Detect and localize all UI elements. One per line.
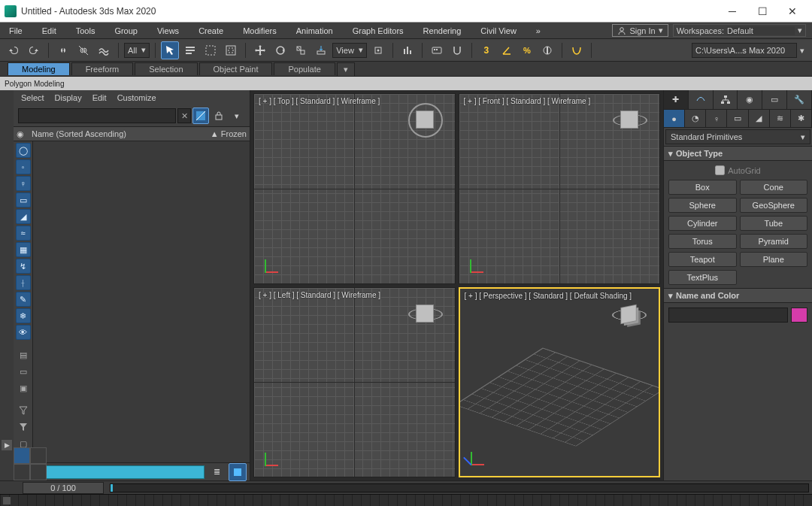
angle-snap-button[interactable]	[498, 41, 516, 59]
filter-helpers-icon[interactable]: ◢	[16, 209, 31, 224]
eye-icon[interactable]: ◉	[17, 129, 27, 139]
workspaces-value[interactable]	[727, 26, 795, 35]
viewcube[interactable]	[408, 297, 443, 332]
cat-systems[interactable]: ✱	[791, 110, 812, 127]
select-object-button[interactable]	[161, 41, 179, 59]
menu-views[interactable]: Views	[154, 25, 182, 37]
ribbon-overflow-icon[interactable]: ▾	[337, 62, 355, 76]
prim-torus[interactable]: Torus	[668, 234, 737, 249]
snap-toggle-button[interactable]	[448, 41, 466, 59]
prim-geosphere[interactable]: GeoSphere	[740, 198, 808, 213]
se-menu-customize[interactable]: Customize	[117, 93, 156, 102]
viewport-top[interactable]: [ + ] [ Top ] [ Standard ] [ Wireframe ]	[253, 93, 456, 284]
ribbon-panel-label[interactable]: Polygon Modeling	[0, 77, 812, 90]
project-path-field[interactable]: ▾	[692, 43, 807, 58]
se-menu-display[interactable]: Display	[55, 93, 82, 102]
layout-3-button[interactable]	[14, 464, 30, 480]
menu-modifiers[interactable]: Modifiers	[240, 25, 280, 37]
menu-tools[interactable]: Tools	[73, 25, 98, 37]
tab-modify[interactable]	[689, 90, 714, 109]
ribbon-tab-freeform[interactable]: Freeform	[71, 62, 134, 75]
col-frozen-header[interactable]: ▲ Frozen	[211, 129, 247, 138]
filter-frozen-icon[interactable]: ❄	[16, 308, 31, 323]
viewport-label[interactable]: [ + ] [ Left ] [ Standard ] [ Wireframe …	[259, 291, 380, 299]
tab-display[interactable]: ▭	[762, 90, 787, 109]
window-crossing-button[interactable]	[222, 41, 240, 59]
menu-rendering[interactable]: Rendering	[420, 25, 465, 37]
expand-arrow-icon[interactable]: ▶	[2, 440, 12, 450]
rotate-button[interactable]	[271, 41, 289, 59]
time-track[interactable]	[110, 483, 809, 492]
chevron-down-icon[interactable]: ▾	[797, 46, 807, 55]
move-button[interactable]	[251, 41, 269, 59]
layout-quad-button[interactable]	[14, 447, 30, 464]
select-by-name-button[interactable]	[181, 41, 199, 59]
prim-cone[interactable]: Cone	[740, 180, 808, 195]
viewcube[interactable]	[408, 103, 443, 138]
tab-utilities[interactable]: 🔧	[787, 90, 812, 109]
tab-create[interactable]: ✚	[664, 90, 689, 109]
viewport-front[interactable]: [ + ] [ Front ] [ Standard ] [ Wireframe…	[459, 93, 661, 284]
layout-2-button[interactable]	[30, 447, 47, 464]
scene-explorer-list[interactable]	[33, 141, 250, 462]
rectangular-selection-button[interactable]	[201, 41, 220, 59]
se-menu-select[interactable]: Select	[21, 93, 44, 102]
display-all-icon[interactable]: ▤	[16, 347, 31, 362]
cat-helpers[interactable]: ◢	[749, 110, 770, 127]
object-color-swatch[interactable]	[791, 308, 807, 323]
time-slider[interactable]: 0 / 100	[23, 482, 104, 494]
ribbon-tab-modeling[interactable]: Modeling	[8, 62, 70, 75]
spinner-snap-button[interactable]	[538, 41, 556, 59]
trackbar-toggle-icon[interactable]	[3, 497, 11, 504]
tab-motion[interactable]: ◉	[738, 90, 762, 109]
ribbon-tab-selection[interactable]: Selection	[135, 62, 197, 75]
viewport-left[interactable]: [ + ] [ Left ] [ Standard ] [ Wireframe …	[253, 287, 456, 478]
menu-overflow-icon[interactable]: »	[533, 25, 544, 37]
selection-filter-dropdown[interactable]: All▾	[124, 43, 150, 58]
redo-button[interactable]	[25, 41, 43, 59]
cat-cameras[interactable]: ▭	[727, 110, 748, 127]
filter-xrefs-icon[interactable]: ↯	[16, 259, 31, 274]
prim-tube[interactable]: Tube	[740, 216, 808, 231]
view-mode-button[interactable]	[192, 108, 209, 124]
display-invert-icon[interactable]: ▣	[16, 380, 31, 395]
unlink-button[interactable]	[74, 41, 92, 59]
snap-3d-button[interactable]: 3	[477, 41, 495, 59]
funnel-icon[interactable]	[16, 420, 31, 435]
workspaces-selector[interactable]: Workspaces: ▾	[673, 24, 806, 37]
cat-shapes[interactable]: ◔	[685, 110, 706, 127]
prim-plane[interactable]: Plane	[740, 252, 808, 267]
manipulate-button[interactable]	[398, 41, 417, 59]
cat-lights[interactable]: ♀	[706, 110, 727, 127]
funnel-clear-icon[interactable]	[16, 403, 31, 418]
ribbon-tab-populate[interactable]: Populate	[274, 62, 335, 75]
menu-civil-view[interactable]: Civil View	[477, 25, 519, 37]
menu-edit[interactable]: Edit	[39, 25, 59, 37]
layer-stack-icon[interactable]: ≣	[208, 463, 226, 481]
bind-space-warp-button[interactable]	[95, 41, 113, 59]
layout-4-button[interactable]	[30, 464, 47, 480]
display-none-icon[interactable]: ▭	[16, 364, 31, 379]
menu-graph-editors[interactable]: Graph Editors	[350, 25, 407, 37]
filter-shapes-icon[interactable]: ◦	[16, 159, 31, 174]
menu-group[interactable]: Group	[111, 25, 141, 37]
cat-spacewarps[interactable]: ≋	[770, 110, 791, 127]
viewport-label[interactable]: [ + ] [ Front ] [ Standard ] [ Wireframe…	[464, 97, 591, 105]
rollout-object-type[interactable]: ▾Object Type	[664, 146, 812, 161]
viewport-label[interactable]: [ + ] [ Top ] [ Standard ] [ Wireframe ]	[259, 97, 380, 105]
filter-hidden-icon[interactable]: 👁	[16, 325, 31, 340]
ribbon-tab-object-paint[interactable]: Object Paint	[199, 62, 273, 75]
link-button[interactable]	[54, 41, 72, 59]
minimize-button[interactable]: ─	[717, 0, 747, 23]
se-menu-edit[interactable]: Edit	[92, 93, 107, 102]
prim-textplus[interactable]: TextPlus	[668, 270, 737, 285]
maximize-button[interactable]: ☐	[747, 0, 777, 23]
prim-cylinder[interactable]: Cylinder	[668, 216, 737, 231]
undo-button[interactable]	[5, 41, 23, 59]
viewcube[interactable]	[612, 298, 647, 332]
pin-icon[interactable]: ▾	[229, 108, 245, 124]
viewport-perspective[interactable]: [ + ] [ Perspective ] [ Standard ] [ Def…	[459, 287, 661, 478]
filter-groups-icon[interactable]: ▦	[16, 242, 31, 257]
scale-button[interactable]	[292, 41, 310, 59]
prim-sphere[interactable]: Sphere	[668, 198, 737, 213]
